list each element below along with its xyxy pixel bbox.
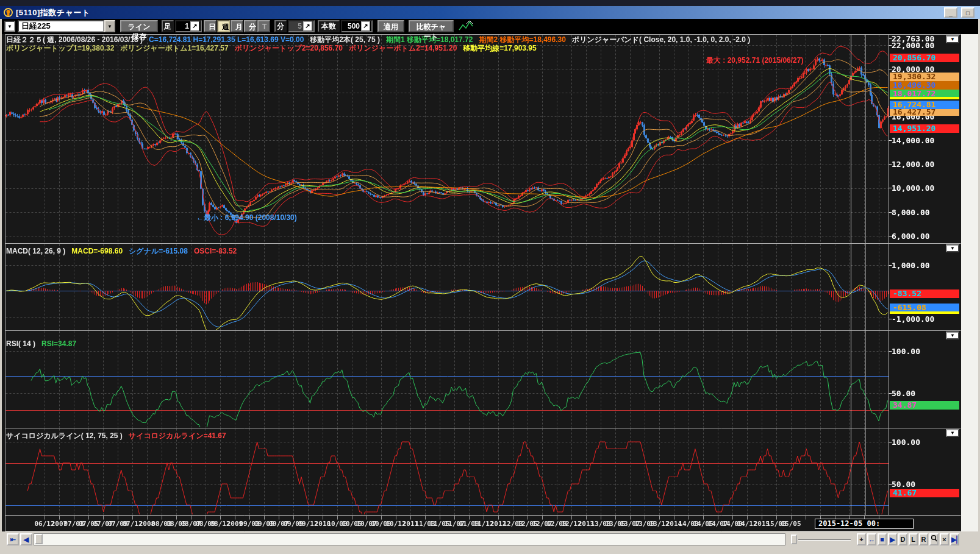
scroll-to-start-button[interactable]: ⇤ bbox=[7, 533, 19, 545]
count-spinner-icon[interactable]: ↗ bbox=[361, 21, 370, 31]
header-segment: ボリンジャーバンド( Close, 20, 1.0, -1.0, 0, 2.0,… bbox=[572, 35, 750, 44]
axis-label: 100.00 bbox=[892, 438, 920, 447]
x-axis-label: 15/05 bbox=[781, 520, 801, 528]
minute-input[interactable]: 5 ↗ bbox=[288, 20, 315, 32]
r-mode-button[interactable]: R bbox=[919, 533, 928, 545]
outer-frame-strip bbox=[0, 0, 980, 6]
chart-menu-dropdown[interactable]: ▼ bbox=[4, 21, 15, 32]
toolbar: ▼ 日経225 ▼ ライン保存 足 1 ↗ 日週月分T 分 5 ↗ 本数 500… bbox=[2, 19, 978, 34]
panel-collapse-button[interactable]: ▼ bbox=[946, 332, 959, 339]
panel-collapse-button[interactable]: ▼ bbox=[946, 35, 959, 43]
price-badge: 34.87 bbox=[890, 401, 959, 410]
bar-label: 足 bbox=[162, 20, 174, 32]
header-segment: 日経２２５( 週, 2006/08/26 - 2016/03/18 ) bbox=[6, 35, 143, 44]
app-icon bbox=[4, 8, 13, 17]
zoom-in-button[interactable]: + bbox=[857, 533, 866, 545]
scroll-left-button[interactable]: ◀ bbox=[20, 533, 32, 545]
price-badge: 20,856.70 bbox=[890, 54, 959, 62]
window-left-frame bbox=[0, 19, 2, 547]
price-badge: -83.52 bbox=[890, 289, 959, 298]
period-button-T[interactable]: T bbox=[257, 20, 270, 32]
symbol-dropdown-arrow-icon[interactable]: ▼ bbox=[104, 20, 115, 32]
scroll-to-end-button[interactable]: ▶▏ bbox=[950, 533, 959, 545]
d-mode-button[interactable]: D bbox=[898, 533, 907, 545]
axis-label: 1,000.00 bbox=[892, 261, 930, 270]
bar-spinner-icon[interactable]: ↗ bbox=[190, 21, 199, 31]
line-save-button[interactable]: ライン保存 bbox=[120, 20, 158, 32]
period-buttons: 日週月分T bbox=[204, 20, 271, 32]
panel-header: RSI( 14 )RSI=34.87 bbox=[6, 339, 82, 348]
window-title: [5110]指数チャート bbox=[16, 7, 90, 18]
header-segment: ボリンジャーボトム2=14,951.20 bbox=[349, 44, 457, 52]
price-badge: 18,496.30 bbox=[890, 81, 959, 90]
panel-header: ボリンジャートップ1=19,380.32ボリンジャーボトム1=16,427.57… bbox=[6, 43, 543, 54]
title-bar: [5110]指数チャート _ □ bbox=[0, 6, 980, 19]
header-segment: ボリンジャーボトム1=16,427.57 bbox=[120, 44, 228, 52]
bar-count-value: 1 bbox=[185, 21, 189, 31]
price-badge: 41.67 bbox=[890, 489, 959, 497]
apply-button[interactable]: 適用 bbox=[377, 20, 404, 32]
close-tool-button[interactable]: × bbox=[940, 533, 949, 545]
symbol-select[interactable]: 日経225 bbox=[18, 20, 104, 32]
period-button-月[interactable]: 月 bbox=[231, 20, 243, 32]
axis-label: 6,000.00 bbox=[892, 232, 930, 241]
header-segment: RSI( 14 ) bbox=[6, 339, 35, 348]
minute-value: 5 bbox=[298, 21, 302, 31]
panel-header: サイコロジカルライン( 12, 75, 25 )サイコロジカルライン=41.67 bbox=[6, 431, 232, 441]
period-button-週[interactable]: 週 bbox=[217, 20, 230, 32]
count-input[interactable]: 500 ↗ bbox=[341, 20, 373, 32]
minute-spinner-icon[interactable]: ↗ bbox=[303, 21, 312, 31]
price-badge-strip bbox=[890, 97, 959, 99]
maximize-button[interactable]: □ bbox=[961, 7, 975, 18]
price-badge: 14,951.20 bbox=[890, 124, 959, 133]
minute-label: 分 bbox=[274, 20, 287, 32]
axis-label: 8,000.00 bbox=[892, 208, 930, 217]
chart-annotation: 最大 : 20,952.71 (2015/06/27) bbox=[706, 55, 803, 66]
panel-collapse-button[interactable]: ▼ bbox=[946, 244, 959, 252]
header-segment: ボリンジャートップ2=20,856.70 bbox=[235, 44, 343, 52]
axis-label: 22,000.00 bbox=[892, 41, 934, 50]
price-badge: -615.08 bbox=[890, 304, 959, 312]
stop-button[interactable]: ■ bbox=[878, 533, 887, 545]
zoom-slider-thumb[interactable] bbox=[791, 534, 797, 544]
zoom-slider-track[interactable] bbox=[798, 539, 851, 541]
chart-canvas[interactable] bbox=[0, 0, 980, 554]
axis-label: -1,000.00 bbox=[892, 314, 934, 324]
bar-count-input[interactable]: 1 ↗ bbox=[175, 20, 202, 32]
header-segment: MACD=-698.60 bbox=[71, 247, 123, 255]
compare-chart-button[interactable]: 比較チャート bbox=[409, 20, 454, 32]
panel-collapse-button[interactable]: ▼ bbox=[946, 429, 959, 437]
header-segment: シグナル=-615.08 bbox=[129, 247, 188, 255]
axis-label: 12,000.00 bbox=[892, 160, 934, 169]
axis-label: 14,000.00 bbox=[892, 136, 934, 145]
header-segment: C=16,724.81 H=17,291.35 L=16,613.69 V=0.… bbox=[149, 35, 304, 44]
axis-label: 50.00 bbox=[892, 480, 915, 489]
panel-header: MACD( 12, 26, 9 )MACD=-698.60シグナル=-615.0… bbox=[6, 246, 243, 257]
period-button-分[interactable]: 分 bbox=[244, 20, 257, 32]
price-badge: 16,427.57 bbox=[890, 108, 959, 116]
period-button-日[interactable]: 日 bbox=[204, 20, 216, 32]
scrollbar-track[interactable] bbox=[34, 533, 785, 545]
header-segment: OSCI=-83.52 bbox=[194, 247, 237, 255]
fit-width-button[interactable]: ↔ bbox=[867, 533, 876, 545]
trend-line-tool-icon[interactable] bbox=[458, 20, 474, 32]
chart-annotation: ←最小 : 6,994.90 (2008/10/30) bbox=[196, 213, 297, 223]
count-value: 500 bbox=[348, 21, 360, 31]
horizontal-scrollbar: ⇤◀ +↔■▶DLR×▶▏ bbox=[2, 531, 978, 547]
header-segment: RSI=34.87 bbox=[41, 339, 76, 348]
minimize-button[interactable]: _ bbox=[944, 7, 957, 18]
header-segment: 期間2 移動平均=18,496.30 bbox=[479, 35, 565, 44]
header-segment: サイコロジカルライン=41.67 bbox=[129, 431, 226, 440]
axis-label: 50.00 bbox=[892, 389, 915, 398]
cursor-date-box: 2015-12-05 00: bbox=[815, 519, 914, 529]
magnifier-button[interactable] bbox=[929, 533, 939, 545]
axis-label: 100.00 bbox=[892, 347, 920, 356]
count-label: 本数 bbox=[318, 20, 340, 32]
scrollbar-thumb[interactable] bbox=[35, 534, 43, 544]
price-badge: 19,380.32 bbox=[890, 73, 959, 81]
header-segment: サイコロジカルライン( 12, 75, 25 ) bbox=[6, 431, 123, 440]
l-mode-button[interactable]: L bbox=[909, 533, 918, 545]
window-bottom-frame bbox=[0, 547, 980, 554]
price-badge-strip bbox=[890, 311, 959, 314]
play-button[interactable]: ▶ bbox=[888, 533, 897, 545]
